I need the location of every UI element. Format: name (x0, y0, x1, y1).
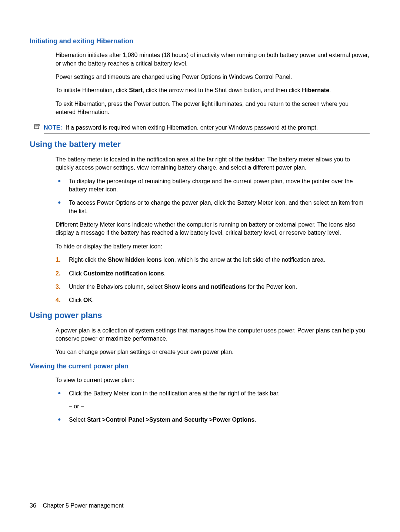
list-item: Click Customize notification icons. (56, 270, 370, 278)
note-icon (33, 124, 41, 133)
para: To view to current power plan: (56, 376, 370, 384)
or-separator: – or – (69, 402, 370, 411)
text: . (254, 416, 256, 423)
bullet-list: Click the Battery Meter icon in the noti… (56, 389, 370, 424)
para: Different Battery Meter icons indicate w… (56, 221, 370, 237)
bold: Hibernate (302, 87, 329, 93)
list-item: Select Start >Control Panel >System and … (56, 416, 370, 424)
bold: Show icons and notifications (164, 284, 246, 290)
section-battery-body: The battery meter is located in the noti… (56, 155, 370, 305)
para: Hibernation initiates after 1,080 minute… (56, 51, 370, 68)
bullet-list: To display the percentage of remaining b… (56, 177, 370, 216)
heading-hibernation: Initiating and exiting Hibernation (30, 37, 370, 46)
text: . (164, 270, 166, 277)
text: Click (69, 297, 83, 303)
chapter-label: Chapter 5 Power management (43, 502, 124, 509)
list-item: Under the Behaviors column, select Show … (56, 283, 370, 291)
heading-power-plans: Using power plans (30, 310, 370, 321)
para: A power plan is a collection of system s… (56, 327, 370, 343)
list-item: To display the percentage of remaining b… (56, 177, 370, 194)
note-container: NOTE: If a password is required when exi… (44, 122, 370, 134)
page-content: Initiating and exiting Hibernation Hiber… (0, 0, 400, 532)
para: To hide or display the battery meter ico… (56, 242, 370, 251)
section-power-plans-body: A power plan is a collection of system s… (56, 327, 370, 357)
bold: Start >Control Panel >System and Securit… (87, 416, 254, 423)
text: icon, which is the arrow at the left sid… (162, 257, 325, 263)
text: Click the Battery Meter icon in the noti… (69, 390, 280, 397)
note-text: If a password is required when exiting H… (66, 124, 318, 132)
text: Click (69, 270, 83, 277)
para: You can change power plan settings or cr… (56, 348, 370, 356)
text: , click the arrow next to the Shut down … (143, 87, 302, 93)
list-item: Click the Battery Meter icon in the noti… (56, 389, 370, 411)
note-box: NOTE: If a password is required when exi… (44, 122, 370, 134)
list-item: Right-click the Show hidden icons icon, … (56, 256, 370, 264)
bold: OK (83, 297, 92, 303)
section-view-plan-body: To view to current power plan: Click the… (56, 376, 370, 424)
number-list: Right-click the Show hidden icons icon, … (56, 256, 370, 305)
list-item: To access Power Options or to change the… (56, 199, 370, 215)
page-footer: 36 Chapter 5 Power management (30, 502, 123, 510)
bold: Show hidden icons (108, 257, 162, 263)
heading-view-plan: Viewing the current power plan (30, 362, 370, 371)
heading-battery-meter: Using the battery meter (30, 139, 370, 150)
text: . (92, 297, 94, 303)
text: . (329, 87, 331, 93)
bold: Start (129, 87, 142, 93)
text: To initiate Hibernation, click (56, 87, 129, 93)
text: Under the Behaviors column, select (69, 284, 164, 290)
bold: Customize notification icons (83, 270, 164, 277)
text: Select (69, 416, 87, 423)
page-number: 36 (30, 502, 36, 509)
list-item: Click OK. (56, 296, 370, 304)
para: Power settings and timeouts are changed … (56, 73, 370, 81)
section-hibernation-body: Hibernation initiates after 1,080 minute… (56, 51, 370, 116)
para: To exit Hibernation, press the Power but… (56, 100, 370, 117)
para: The battery meter is located in the noti… (56, 155, 370, 172)
para: To initiate Hibernation, click Start, cl… (56, 86, 370, 94)
note-label: NOTE: (44, 124, 62, 132)
text: for the Power icon. (246, 284, 297, 290)
text: Right-click the (69, 257, 108, 263)
